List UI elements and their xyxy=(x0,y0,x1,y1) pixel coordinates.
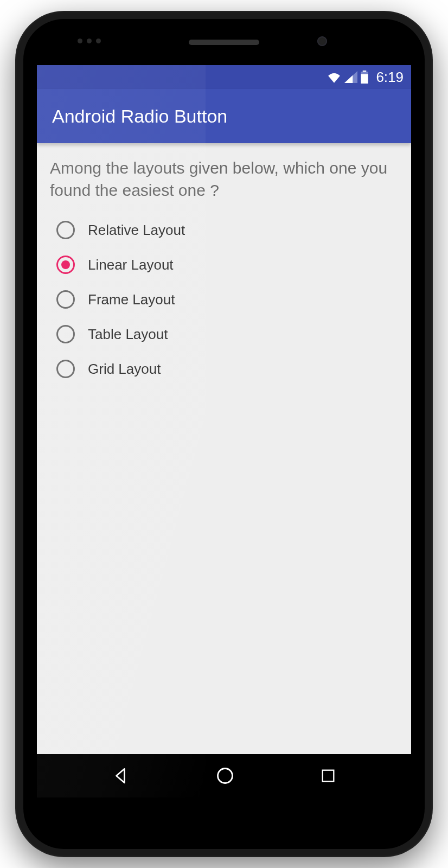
status-time: 6:19 xyxy=(376,69,404,86)
question-text: Among the layouts given below, which one… xyxy=(50,157,398,201)
app-bar: Android Radio Button xyxy=(37,89,411,143)
radio-option-4[interactable]: Grid Layout xyxy=(56,355,398,382)
phone-sensor-dots xyxy=(78,39,101,43)
navigation-bar xyxy=(37,754,411,797)
recent-apps-button[interactable] xyxy=(320,768,336,784)
status-bar: 6:19 xyxy=(37,65,411,89)
signal-icon xyxy=(344,71,357,83)
radio-label: Table Layout xyxy=(88,326,168,343)
radio-option-2[interactable]: Frame Layout xyxy=(56,286,398,313)
home-button[interactable] xyxy=(215,766,235,786)
radio-option-3[interactable]: Table Layout xyxy=(56,321,398,348)
radio-label: Linear Layout xyxy=(88,257,174,273)
radio-label: Frame Layout xyxy=(88,291,175,308)
screen: 6:19 Android Radio Button Among the layo… xyxy=(37,65,411,797)
phone-camera xyxy=(317,36,327,46)
svg-rect-4 xyxy=(322,770,334,782)
phone-speaker xyxy=(189,40,259,45)
radio-icon xyxy=(56,256,75,274)
content-area: Among the layouts given below, which one… xyxy=(37,143,411,754)
radio-group: Relative LayoutLinear LayoutFrame Layout… xyxy=(50,216,398,382)
radio-label: Relative Layout xyxy=(88,222,185,239)
svg-rect-2 xyxy=(361,74,368,84)
phone-inner: 6:19 Android Radio Button Among the layo… xyxy=(23,19,425,849)
app-title: Android Radio Button xyxy=(52,106,227,127)
wifi-icon xyxy=(327,71,341,83)
phone-frame: 6:19 Android Radio Button Among the layo… xyxy=(15,11,433,857)
radio-icon xyxy=(56,290,75,309)
radio-option-0[interactable]: Relative Layout xyxy=(56,216,398,244)
radio-label: Grid Layout xyxy=(88,361,161,378)
radio-option-1[interactable]: Linear Layout xyxy=(56,251,398,278)
radio-icon xyxy=(56,360,75,378)
radio-icon xyxy=(56,221,75,239)
battery-icon xyxy=(361,71,368,84)
radio-icon xyxy=(56,325,75,343)
svg-point-3 xyxy=(217,769,232,783)
back-button[interactable] xyxy=(112,767,130,785)
